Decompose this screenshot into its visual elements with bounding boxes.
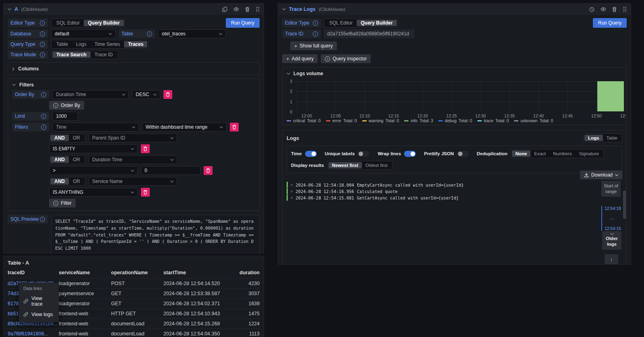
filter-value-input[interactable]: 0 [141,166,200,175]
dedup-numbers-option[interactable]: Numbers [549,150,576,157]
info-logs-bar[interactable] [597,81,624,111]
info-icon[interactable]: i [40,42,45,47]
and-option[interactable]: AND [50,178,69,185]
filter-operator-select[interactable]: > [49,166,138,175]
sql-editor-option[interactable]: SQL Editor [52,20,84,26]
info-icon[interactable]: i [41,114,46,119]
dedup-signature-option[interactable]: Signature [576,150,603,157]
filters-section-header[interactable]: Filters [12,82,255,88]
remove-filter-button[interactable] [141,144,150,153]
view-logs-option[interactable]: Logs [584,135,603,141]
query-type-traces[interactable]: Traces [124,41,147,47]
logs-scrollbar-thumb[interactable] [623,191,626,219]
info-icon[interactable]: i [40,31,45,37]
time-toggle[interactable]: Time [291,151,317,157]
log-line[interactable]: >2024-06-28 12:54:15.081GetCartAsync cal… [287,195,588,201]
toggle-switch[interactable] [358,151,369,157]
add-filter-button[interactable]: +Filter [49,199,76,208]
drag-handle-icon[interactable] [623,6,627,12]
view-trace-menu-item[interactable]: View trace [19,293,59,309]
add-order-by-button[interactable]: +Order By [49,101,84,110]
query-type-logs[interactable]: Logs [72,41,91,47]
panel-title[interactable]: A [14,6,18,12]
or-option[interactable]: OR [69,156,84,163]
logs-volume-header[interactable]: Logs volume [287,71,323,76]
chevron-down-icon[interactable] [8,8,11,10]
legend-item-trace[interactable]: traceTotal: 0 [477,118,509,123]
query-type-timeseries[interactable]: Time Series [91,41,124,47]
info-icon[interactable]: i [40,52,45,58]
query-type-table[interactable]: Table [52,41,72,47]
or-option[interactable]: OR [69,178,84,185]
view-table-option[interactable]: Table [603,135,621,141]
download-button[interactable]: Download [580,171,622,179]
info-icon[interactable]: i [313,31,318,37]
toggle-switch[interactable] [305,151,317,157]
trace-id-option[interactable]: Trace ID [91,51,117,58]
toggle-switch[interactable] [404,151,416,157]
filter-time-field-select[interactable]: Time [52,123,139,132]
legend-item-unknown[interactable]: unknownTotal: 0 [514,118,553,123]
chevron-down-icon[interactable] [282,8,286,10]
info-icon[interactable]: i [41,92,46,97]
table-select[interactable]: otel_traces [158,29,226,38]
legend-item-warning[interactable]: warningTotal: 0 [362,118,399,123]
clock-icon[interactable] [589,7,594,12]
copy-icon[interactable] [222,7,227,12]
prettify-json-toggle[interactable]: Prettify JSON [424,151,469,157]
info-icon[interactable]: i [40,21,45,26]
filter-operator-select[interactable]: IS EMPTY [49,144,138,153]
query-inspector-button[interactable]: iQuery inspector [321,54,371,63]
remove-filter-button[interactable] [230,123,239,132]
dedup-exact-option[interactable]: Exact [530,150,549,157]
trace-id-input[interactable]: d2a7155ef6a928a05680e5ff6190241d [324,29,415,38]
query-builder-option[interactable]: Query Builder [84,20,124,26]
legend-item-info[interactable]: infoTotal: 3 [404,118,433,123]
info-icon[interactable]: i [147,31,152,37]
database-select[interactable]: default [51,29,116,38]
or-option[interactable]: OR [69,135,84,141]
view-logs-menu-item[interactable]: View logs [19,309,59,320]
legend-item-critical[interactable]: criticalTotal: 0 [287,118,321,123]
expand-chevron-icon[interactable]: > [291,196,293,200]
run-query-button[interactable]: Run Query [593,18,627,28]
info-icon[interactable]: i [40,217,45,222]
unique-labels-toggle[interactable]: Unique labels [325,151,370,157]
log-line[interactable]: >2024-06-28 12:54:18.004EmptyCartAsync c… [287,182,588,188]
eye-icon[interactable] [601,7,606,11]
trash-icon[interactable] [612,7,617,12]
filter-field-select[interactable]: Service Name [89,177,177,186]
filter-field-select[interactable]: Duration Time [89,155,177,164]
wrap-lines-toggle[interactable]: Wrap lines [378,151,416,157]
eye-icon[interactable] [233,7,239,11]
columns-section-header[interactable]: Columns [12,66,255,72]
info-icon[interactable]: i [41,125,46,130]
show-full-query-button[interactable]: +Show full query [290,41,337,50]
toggle-switch[interactable] [457,151,469,157]
oldest-first-option[interactable]: Oldest first [362,162,391,168]
filter-operator-select[interactable]: IS ANYTHING [49,188,138,197]
legend-item-error[interactable]: errorTotal: 0 [326,118,357,123]
expand-chevron-icon[interactable]: > [291,189,293,193]
legend-item-debug[interactable]: debugTotal: 0 [438,118,472,123]
order-by-direction-select[interactable]: DESC [132,90,160,99]
trash-icon[interactable] [245,7,250,12]
filter-time-range-select[interactable]: Within dashboard time range [142,123,227,132]
log-line[interactable]: >2024-06-28 12:54:16.956Calculated quote [287,188,588,194]
and-option[interactable]: AND [50,156,69,163]
add-query-button[interactable]: +Add query [282,54,318,63]
and-option[interactable]: AND [50,135,69,141]
trace-link[interactable]: 9a7f6f61941806... [8,329,59,337]
dedup-none-option[interactable]: None [512,150,531,157]
trace-search-option[interactable]: Trace Search [52,51,91,58]
scroll-to-top-button[interactable]: ↑ [605,254,618,265]
remove-order-by-button[interactable] [163,90,172,99]
info-icon[interactable]: i [313,21,318,26]
older-logs-button[interactable]: Older logs [602,231,621,250]
drag-handle-icon[interactable] [256,6,260,12]
filter-field-select[interactable]: Parent Span ID [89,134,177,142]
query-builder-option[interactable]: Query Builder [357,20,396,26]
remove-filter-button[interactable] [204,166,213,175]
run-query-button[interactable]: Run Query [226,18,260,28]
newest-first-option[interactable]: Newest first [328,162,362,168]
